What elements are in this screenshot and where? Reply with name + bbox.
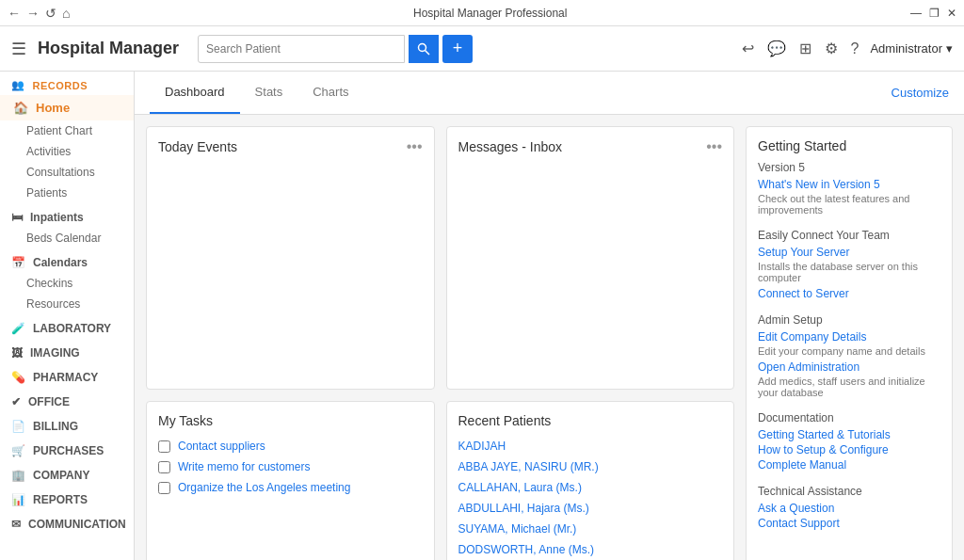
svg-line-1	[426, 50, 430, 55]
sidebar-item-consultations[interactable]: Consultations	[0, 162, 134, 183]
messages-inbox-menu-icon[interactable]: •••	[706, 138, 722, 155]
window-nav: ← → ↺ ⌂	[8, 6, 70, 21]
task-checkbox-1[interactable]	[158, 440, 170, 453]
sidebar-item-beds-calendar[interactable]: Beds Calendar	[0, 228, 134, 248]
chat-icon[interactable]: 💬	[767, 40, 786, 57]
task-link-3[interactable]: Organize the Los Angeles meeting	[178, 481, 350, 494]
customize-link[interactable]: Customize	[892, 86, 949, 100]
gs-ask-question-link[interactable]: Ask a Question	[758, 502, 940, 515]
patient-link-2[interactable]: ABBA JAYE, NASIRU (MR.)	[458, 456, 723, 477]
nav-forward-icon[interactable]: →	[26, 6, 40, 21]
sidebar-item-activities[interactable]: Activities	[0, 141, 134, 162]
gs-edit-company-link[interactable]: Edit Company Details	[758, 330, 940, 344]
my-tasks-header: My Tasks	[158, 413, 423, 428]
sidebar-item-communication[interactable]: ✉ COMMUNICATION	[0, 510, 134, 535]
gs-getting-started-link[interactable]: Getting Started & Tutorials	[758, 428, 940, 441]
communication-icon: ✉	[11, 518, 21, 531]
calendar-icon: 📅	[11, 256, 25, 269]
back-icon[interactable]: ↩	[742, 40, 754, 57]
gs-setup-server-desc: Installs the database server on this com…	[758, 261, 940, 283]
sidebar-item-home[interactable]: 🏠 Home	[0, 95, 134, 120]
gs-setup-configure-link[interactable]: How to Setup & Configure	[758, 443, 940, 456]
sidebar-item-inpatients[interactable]: 🛏 Inpatients	[0, 203, 134, 228]
gs-setup-server-link[interactable]: Setup Your Server	[758, 246, 940, 259]
title-bar-left: ← → ↺ ⌂	[8, 6, 70, 21]
sidebar-item-patient-chart[interactable]: Patient Chart	[0, 120, 134, 141]
search-input[interactable]	[198, 35, 405, 63]
sidebar-item-office[interactable]: ✔ OFFICE	[0, 388, 134, 412]
sidebar-item-patients[interactable]: Patients	[0, 183, 134, 203]
patient-link-1[interactable]: KADIJAH	[458, 436, 723, 456]
imaging-label: IMAGING	[30, 346, 80, 360]
today-events-menu-icon[interactable]: •••	[407, 138, 423, 155]
messages-inbox-title: Messages - Inbox	[458, 139, 563, 154]
main-tabs: Dashboard Stats Charts	[150, 72, 364, 114]
getting-started-title: Getting Started	[758, 138, 846, 153]
task-link-2[interactable]: Write memo for customers	[178, 460, 310, 473]
tab-dashboard[interactable]: Dashboard	[150, 72, 240, 114]
gs-admin-label: Admin Setup	[758, 313, 940, 327]
task-checkbox-3[interactable]	[158, 482, 170, 494]
gs-connect-server-link[interactable]: Connect to Server	[758, 287, 940, 300]
add-button[interactable]: +	[442, 35, 473, 63]
gs-open-admin-link[interactable]: Open Administration	[758, 360, 940, 374]
patient-link-4[interactable]: ABDULLAHI, Hajara (Ms.)	[458, 498, 723, 519]
grid-icon[interactable]: ⊞	[799, 40, 811, 57]
gs-technical-section: Technical Assistance Ask a Question Cont…	[758, 485, 940, 530]
pharmacy-icon: 💊	[11, 371, 25, 384]
sidebar-item-purchases[interactable]: 🛒 PURCHASES	[0, 437, 134, 461]
user-menu[interactable]: Administrator ▾	[870, 41, 953, 56]
tab-stats[interactable]: Stats	[240, 72, 298, 114]
gs-connect-label: Easily Connect Your Team	[758, 229, 940, 242]
task-item-1: Contact suppliers	[158, 436, 423, 456]
sidebar: 👥 RECORDS 🏠 Home Patient Chart Activitie…	[0, 72, 135, 560]
getting-started-card: Getting Started Version 5 What's New in …	[746, 126, 953, 560]
toolbar-icons: ↩ 💬 ⊞ ⚙ ?	[742, 40, 860, 57]
sidebar-item-laboratory[interactable]: 🧪 LABORATORY	[0, 314, 134, 339]
gs-technical-label: Technical Assistance	[758, 485, 940, 498]
gs-contact-support-link[interactable]: Contact Support	[758, 517, 940, 530]
my-tasks-card: My Tasks Contact suppliers Write memo fo…	[146, 401, 435, 560]
help-icon[interactable]: ?	[851, 40, 860, 57]
sidebar-item-billing[interactable]: 📄 BILLING	[0, 412, 134, 437]
sidebar-item-reports[interactable]: 📊 REPORTS	[0, 486, 134, 510]
minimize-button[interactable]: —	[910, 7, 922, 20]
gs-connect-section: Easily Connect Your Team Setup Your Serv…	[758, 229, 940, 300]
search-button[interactable]	[409, 35, 439, 63]
gs-version-label: Version 5	[758, 161, 940, 174]
patient-link-6[interactable]: DODSWORTH, Anne (Ms.)	[458, 539, 723, 560]
sidebar-item-calendars[interactable]: 📅 Calendars	[0, 248, 134, 273]
sidebar-item-imaging[interactable]: 🖼 IMAGING	[0, 339, 134, 363]
people-icon: 👥	[11, 79, 25, 91]
sidebar-item-checkins[interactable]: Checkins	[0, 273, 134, 294]
billing-icon: 📄	[11, 420, 25, 433]
menu-button[interactable]: ☰	[11, 39, 26, 59]
purchases-icon: 🛒	[11, 444, 25, 457]
pharmacy-label: PHARMACY	[33, 371, 98, 384]
gs-version-link[interactable]: What's New in Version 5	[758, 178, 940, 191]
today-events-body	[158, 163, 423, 276]
purchases-label: PURCHASES	[33, 444, 104, 457]
patient-link-5[interactable]: SUYAMA, Michael (Mr.)	[458, 519, 723, 539]
billing-label: BILLING	[33, 420, 78, 433]
imaging-icon: 🖼	[11, 346, 23, 360]
lab-icon: 🧪	[11, 322, 25, 335]
sidebar-item-pharmacy[interactable]: 💊 PHARMACY	[0, 363, 134, 388]
task-checkbox-2[interactable]	[158, 461, 170, 473]
sidebar-item-resources[interactable]: Resources	[0, 294, 134, 314]
messages-inbox-body	[458, 163, 723, 276]
nav-refresh-icon[interactable]: ↺	[45, 6, 56, 21]
nav-back-icon[interactable]: ←	[8, 6, 21, 21]
gs-open-admin-desc: Add medics, staff users and initialize y…	[758, 376, 940, 398]
settings-icon[interactable]: ⚙	[825, 40, 838, 57]
tab-charts[interactable]: Charts	[297, 72, 363, 114]
close-button[interactable]: ✕	[947, 7, 956, 20]
recent-patients-body: KADIJAH ABBA JAYE, NASIRU (MR.) CALLAHAN…	[458, 436, 723, 560]
gs-complete-manual-link[interactable]: Complete Manual	[758, 458, 940, 472]
restore-button[interactable]: ❐	[929, 7, 940, 20]
my-tasks-title: My Tasks	[158, 413, 213, 428]
patient-link-3[interactable]: CALLAHAN, Laura (Ms.)	[458, 477, 723, 498]
sidebar-item-company[interactable]: 🏢 COMPANY	[0, 461, 134, 486]
nav-home-icon[interactable]: ⌂	[62, 6, 70, 21]
task-link-1[interactable]: Contact suppliers	[178, 440, 265, 453]
